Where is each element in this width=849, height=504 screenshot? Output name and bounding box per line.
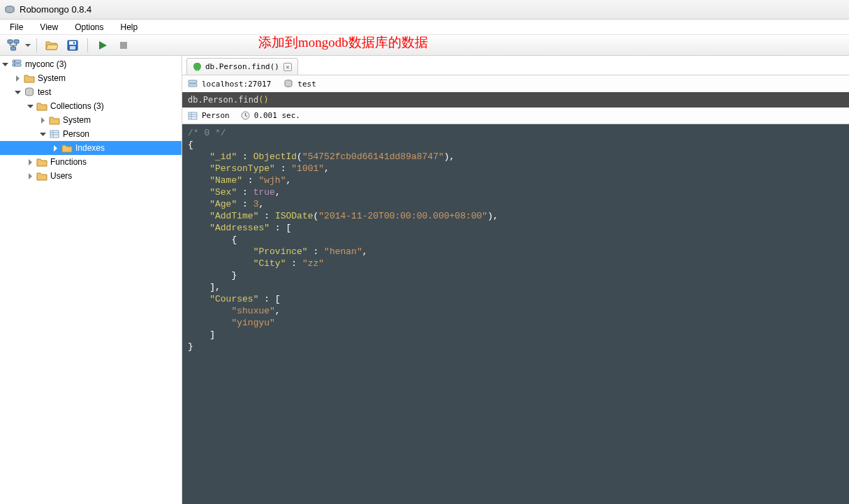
title-bar: Robomongo 0.8.4 [0, 0, 849, 20]
svg-rect-14 [50, 131, 59, 138]
expander-open-icon[interactable] [39, 131, 46, 138]
expander-open-icon[interactable] [14, 89, 21, 96]
svg-rect-2 [14, 40, 19, 43]
host-icon [188, 80, 198, 88]
svg-rect-5 [69, 41, 76, 45]
folder-icon [36, 101, 47, 112]
tab-bar: db.Person.find() ✕ [182, 56, 849, 75]
tree-label: Person [63, 129, 89, 139]
svg-rect-9 [13, 60, 21, 63]
tree-label: myconc (3) [25, 59, 66, 69]
query-input[interactable]: db.Person.find() [182, 92, 849, 108]
menu-help[interactable]: Help [114, 21, 145, 34]
body-split: myconc (3) System test Collections (3) S… [0, 56, 849, 504]
tree-db-test[interactable]: test [0, 85, 182, 99]
connections-tree[interactable]: myconc (3) System test Collections (3) S… [0, 56, 182, 504]
stop-button[interactable] [115, 37, 133, 54]
code-comment: /* 0 */ [188, 128, 226, 138]
result-collection: Person [202, 111, 230, 120]
svg-rect-21 [189, 112, 197, 119]
connection-bar: localhost:27017 test [182, 75, 849, 92]
leaf-icon [193, 62, 201, 72]
folder-icon [36, 156, 47, 168]
clock-icon [241, 111, 250, 120]
tree-label: Functions [50, 157, 87, 167]
tree-label: Users [50, 171, 72, 181]
svg-point-12 [14, 64, 15, 66]
tab-close-button[interactable]: ✕ [283, 63, 292, 71]
menu-bar: File View Options Help [0, 20, 849, 35]
tree-connection[interactable]: myconc (3) [0, 57, 182, 71]
tree-label: System [63, 115, 91, 125]
db-label: test [297, 80, 316, 89]
main-area: db.Person.find() ✕ localhost:27017 test … [182, 56, 849, 504]
window-title: Robomongo 0.8.4 [20, 4, 91, 15]
expander-closed-icon[interactable] [52, 144, 59, 151]
collection-icon [49, 128, 60, 140]
svg-rect-1 [8, 40, 13, 43]
result-header: Person 0.001 sec. [182, 108, 849, 124]
query-tab[interactable]: db.Person.find() ✕ [186, 58, 298, 75]
connect-button[interactable] [4, 37, 22, 54]
tree-collection-person[interactable]: Person [0, 127, 182, 141]
svg-point-11 [14, 61, 15, 62]
svg-rect-6 [70, 46, 75, 50]
database-icon [283, 79, 293, 89]
expander-closed-icon[interactable] [39, 117, 46, 124]
database-icon [24, 87, 35, 98]
toolbar-separator [87, 38, 88, 52]
folder-icon [24, 73, 35, 84]
tree-collections[interactable]: Collections (3) [0, 99, 182, 113]
expander-open-icon[interactable] [1, 61, 8, 68]
tree-label: System [38, 73, 66, 83]
toolbar-separator [36, 38, 37, 52]
menu-view[interactable]: View [33, 21, 65, 34]
svg-rect-19 [189, 84, 197, 87]
expander-closed-icon[interactable] [27, 158, 34, 165]
toolbar: 添加到mongodb数据库的数据 [0, 35, 849, 56]
query-parens: () [258, 95, 268, 105]
expander-open-icon[interactable] [27, 103, 34, 110]
tree-functions[interactable]: Functions [0, 155, 182, 169]
dropdown-icon[interactable] [25, 43, 31, 48]
svg-rect-7 [73, 42, 75, 44]
save-button[interactable] [64, 37, 82, 54]
expander-closed-icon[interactable] [14, 75, 21, 82]
tree-label: Indexes [75, 143, 105, 153]
tree-collections-system[interactable]: System [0, 113, 182, 127]
execute-button[interactable] [94, 37, 112, 54]
tree-indexes[interactable]: Indexes [0, 141, 182, 155]
open-button[interactable] [43, 37, 61, 54]
tree-label: Collections (3) [50, 101, 104, 111]
svg-rect-18 [189, 80, 197, 83]
app-icon [4, 4, 15, 15]
host-label: localhost:27017 [202, 80, 271, 89]
collection-icon [188, 112, 198, 120]
tab-label: db.Person.find() [205, 62, 279, 71]
expander-closed-icon[interactable] [27, 172, 34, 179]
result-time: 0.001 sec. [254, 111, 300, 120]
svg-rect-3 [11, 47, 16, 50]
query-text: db.Person.find [188, 95, 258, 105]
tree-system-folder[interactable]: System [0, 71, 182, 85]
tree-users[interactable]: Users [0, 169, 182, 183]
server-icon [11, 59, 22, 70]
svg-rect-8 [120, 42, 127, 49]
result-editor[interactable]: /* 0 */ { "_id" : ObjectId("54752fcb0d66… [182, 124, 849, 504]
folder-icon [61, 142, 73, 154]
folder-icon [36, 170, 47, 181]
svg-rect-10 [13, 64, 21, 66]
menu-file[interactable]: File [3, 21, 30, 34]
menu-options[interactable]: Options [68, 21, 110, 34]
annotation-text: 添加到mongodb数据库的数据 [258, 34, 428, 52]
tree-label: test [38, 87, 51, 97]
folder-icon [49, 114, 60, 126]
